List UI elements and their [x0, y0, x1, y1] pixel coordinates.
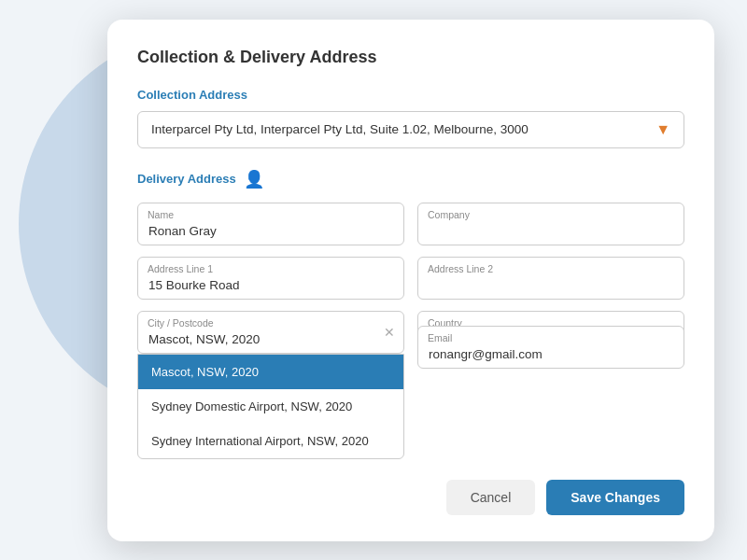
company-label: Company	[428, 209, 470, 220]
chevron-down-icon: ▼	[655, 121, 670, 138]
collection-dropdown[interactable]: Interparcel Pty Ltd, Interparcel Pty Ltd…	[137, 111, 684, 148]
company-field-group: Company	[417, 203, 684, 245]
name-input[interactable]	[137, 203, 404, 245]
autocomplete-container: Mascot, NSW, 2020 Sydney Domestic Airpor…	[137, 365, 404, 463]
autocomplete-row: Mascot, NSW, 2020 Sydney Domestic Airpor…	[137, 365, 684, 463]
autocomplete-dropdown: Mascot, NSW, 2020 Sydney Domestic Airpor…	[137, 354, 404, 459]
cancel-button[interactable]: Cancel	[446, 480, 536, 515]
modal-title: Collection & Delivery Address	[137, 48, 684, 67]
email-input[interactable]	[417, 326, 684, 369]
modal-dialog: Collection & Delivery Address Collection…	[107, 20, 714, 541]
address2-field-group: Address Line 2	[417, 257, 684, 300]
address1-label: Address Line 1	[148, 263, 213, 274]
delivery-label-text: Delivery Address	[137, 172, 236, 186]
form-row-name-company: Name Company	[137, 203, 684, 245]
collection-section-label: Collection Address	[137, 88, 684, 102]
email-label: Email	[428, 332, 452, 343]
city-label: City / Postcode	[148, 317, 214, 329]
collection-dropdown-text: Interparcel Pty Ltd, Interparcel Pty Ltd…	[151, 122, 529, 136]
name-field-group: Name	[137, 203, 404, 245]
autocomplete-item-0[interactable]: Mascot, NSW, 2020	[138, 355, 403, 389]
autocomplete-item-1[interactable]: Sydney Domestic Airport, NSW, 2020	[138, 389, 403, 424]
name-label: Name	[148, 209, 174, 220]
form-row-address: Address Line 1 Address Line 2	[137, 257, 684, 300]
email-field-spacer-group: Email	[417, 365, 684, 463]
autocomplete-item-2[interactable]: Sydney International Airport, NSW, 2020	[138, 424, 403, 458]
address2-label: Address Line 2	[428, 263, 493, 274]
person-icon: 👤	[244, 169, 264, 189]
email-field-group: Email	[417, 326, 684, 369]
city-field-group: City / Postcode ✕	[137, 311, 404, 354]
address1-field-group: Address Line 1	[137, 257, 404, 300]
clear-city-button[interactable]: ✕	[384, 326, 395, 339]
delivery-section-label: Delivery Address 👤	[137, 169, 684, 189]
modal-footer: Cancel Save Changes	[137, 480, 684, 515]
save-changes-button[interactable]: Save Changes	[546, 480, 684, 515]
